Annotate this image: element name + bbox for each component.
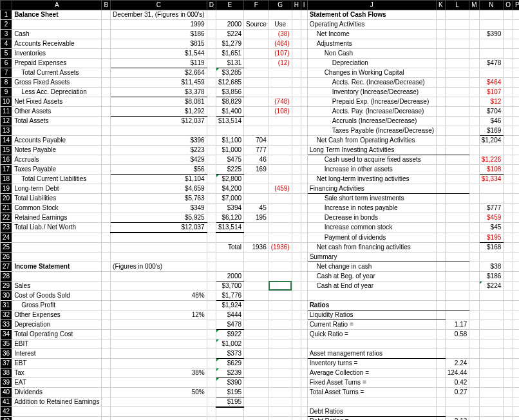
cell-O36[interactable] — [504, 348, 513, 358]
cell-D15[interactable] — [207, 146, 216, 155]
cell-E15[interactable]: $1,000 — [216, 146, 243, 155]
cell-M8[interactable] — [469, 78, 479, 88]
cell-I32[interactable] — [301, 310, 307, 320]
cell-L19[interactable] — [445, 184, 469, 194]
cell-L40[interactable]: 0.27 — [445, 387, 469, 397]
cell-B36[interactable] — [102, 348, 111, 358]
cell-K19[interactable] — [437, 184, 446, 194]
cell-L22[interactable] — [445, 213, 469, 223]
cell-H35[interactable] — [292, 339, 301, 348]
cell-O24[interactable] — [504, 233, 513, 242]
cell-O20[interactable] — [504, 194, 513, 204]
cell-N8[interactable]: $464 — [479, 78, 504, 88]
cell-K28[interactable] — [437, 271, 446, 281]
cell-B9[interactable] — [102, 88, 111, 97]
cell-F2[interactable]: Source — [244, 20, 269, 30]
cell-F14[interactable]: 704 — [244, 136, 269, 146]
cell-F25[interactable]: 1936 — [244, 242, 269, 252]
cell-J41[interactable] — [307, 397, 436, 407]
cell-C11[interactable]: $1,292 — [111, 107, 207, 117]
cell-J27[interactable]: Net change in cash — [307, 262, 436, 271]
cell-F18[interactable] — [244, 175, 269, 184]
cell-F26[interactable] — [244, 252, 269, 262]
cell-A43[interactable] — [12, 417, 102, 421]
cell-H22[interactable] — [292, 213, 301, 223]
cell-L23[interactable] — [445, 223, 469, 233]
row-header-27[interactable]: 27 — [1, 262, 12, 271]
cell-P21[interactable] — [513, 204, 519, 213]
cell-M15[interactable] — [469, 146, 479, 155]
cell-D34[interactable] — [207, 329, 216, 339]
cell-N26[interactable] — [479, 252, 504, 262]
cell-C26[interactable] — [111, 252, 207, 262]
cell-D42[interactable] — [207, 407, 216, 417]
cell-H33[interactable] — [292, 320, 301, 329]
cell-P13[interactable] — [513, 126, 519, 136]
cell-C42[interactable] — [111, 407, 207, 417]
cell-E35[interactable]: $1,002 — [216, 339, 243, 348]
cell-I36[interactable] — [301, 348, 307, 358]
cell-G12[interactable] — [269, 117, 292, 126]
cell-F11[interactable] — [244, 107, 269, 117]
cell-G42[interactable] — [269, 407, 292, 417]
cell-J14[interactable]: Net Cash from Operating Activities — [307, 136, 436, 146]
cell-I43[interactable] — [301, 417, 307, 421]
cell-N1[interactable] — [479, 10, 504, 20]
cell-I41[interactable] — [301, 397, 307, 407]
cell-H43[interactable] — [292, 417, 301, 421]
cell-C20[interactable]: $5,763 — [111, 194, 207, 204]
cell-C41[interactable] — [111, 397, 207, 407]
cell-H5[interactable] — [292, 49, 301, 59]
cell-E4[interactable]: $1,279 — [216, 39, 243, 49]
row-header-15[interactable]: 15 — [1, 146, 12, 155]
cell-L11[interactable] — [445, 107, 469, 117]
cell-E21[interactable]: $394 — [216, 204, 243, 213]
cell-O10[interactable] — [504, 97, 513, 107]
cell-D18[interactable] — [207, 175, 216, 184]
cell-M21[interactable] — [469, 204, 479, 213]
cell-K31[interactable] — [437, 300, 446, 310]
cell-J8[interactable]: Accts. Rec. (Increase/Decrease) — [307, 78, 436, 88]
cell-L24[interactable] — [445, 233, 469, 242]
cell-C35[interactable] — [111, 339, 207, 348]
cell-N38[interactable] — [479, 368, 504, 377]
cell-N28[interactable]: $186 — [479, 271, 504, 281]
cell-O34[interactable] — [504, 329, 513, 339]
cell-N41[interactable] — [479, 397, 504, 407]
cell-N2[interactable] — [479, 20, 504, 30]
cell-E36[interactable]: $373 — [216, 348, 243, 358]
cell-C7[interactable]: $2,664 — [111, 68, 207, 78]
row-header-10[interactable]: 10 — [1, 97, 12, 107]
cell-D41[interactable] — [207, 397, 216, 407]
cell-E6[interactable]: $131 — [216, 59, 243, 68]
cell-M34[interactable] — [469, 329, 479, 339]
cell-J1[interactable]: Statement of Cash Flows — [307, 10, 436, 20]
cell-H30[interactable] — [292, 291, 301, 300]
cell-E25[interactable]: Total — [216, 242, 243, 252]
cell-F5[interactable] — [244, 49, 269, 59]
row-header-3[interactable]: 3 — [1, 30, 12, 39]
cell-B24[interactable] — [102, 233, 111, 242]
cell-C12[interactable]: $12,037 — [111, 117, 207, 126]
cell-H24[interactable] — [292, 233, 301, 242]
cell-O3[interactable] — [504, 30, 513, 39]
cell-E12[interactable]: $13,514 — [216, 117, 243, 126]
cell-H6[interactable] — [292, 59, 301, 68]
cell-F6[interactable] — [244, 59, 269, 68]
col-header-H[interactable]: H — [292, 1, 301, 10]
cell-L43[interactable]: 2.13 — [445, 417, 469, 421]
cell-F23[interactable] — [244, 223, 269, 233]
cell-K34[interactable] — [437, 329, 446, 339]
cell-J22[interactable]: Decrease in bonds — [307, 213, 436, 223]
cell-N4[interactable] — [479, 39, 504, 49]
cell-J5[interactable]: Non Cash — [307, 49, 436, 59]
cell-K11[interactable] — [437, 107, 446, 117]
cell-B38[interactable] — [102, 368, 111, 377]
cell-D7[interactable] — [207, 68, 216, 78]
cell-M5[interactable] — [469, 49, 479, 59]
cell-C17[interactable]: $56 — [111, 165, 207, 175]
cell-B23[interactable] — [102, 223, 111, 233]
cell-H19[interactable] — [292, 184, 301, 194]
cell-H1[interactable] — [292, 10, 301, 20]
cell-O15[interactable] — [504, 146, 513, 155]
